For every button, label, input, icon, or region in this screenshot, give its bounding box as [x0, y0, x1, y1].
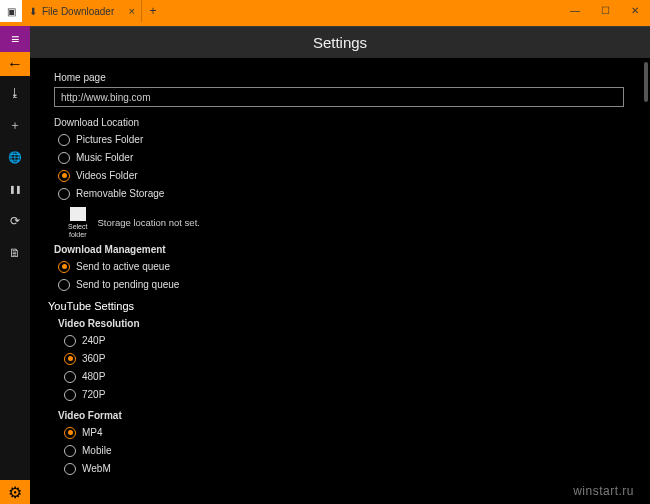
radio-icon	[64, 335, 76, 347]
sidebar-item-downloads[interactable]: ⭳	[0, 78, 30, 108]
radio-label: Send to pending queue	[76, 279, 179, 290]
watermark: winstart.ru	[573, 484, 634, 498]
page-header: Settings	[30, 26, 650, 58]
video-format-option[interactable]: WebM	[64, 461, 634, 476]
download-management-label: Download Management	[54, 244, 634, 255]
download-location-option[interactable]: Removable Storage	[58, 186, 634, 201]
select-folder-label-1: Select	[68, 223, 87, 231]
radio-label: Send to active queue	[76, 261, 170, 272]
sidebar-item-copy[interactable]: 🗎	[0, 238, 30, 268]
tab-favicon-icon: ⬇	[28, 6, 38, 16]
home-page-input[interactable]	[54, 87, 624, 107]
tab-close-icon[interactable]: ×	[129, 5, 135, 17]
video-resolution-option[interactable]: 240P	[64, 333, 634, 348]
back-arrow-icon: ←	[7, 55, 23, 73]
download-management-option[interactable]: Send to active queue	[58, 259, 634, 274]
radio-icon	[64, 353, 76, 365]
radio-label: Mobile	[82, 445, 111, 456]
globe-icon: 🌐	[8, 151, 22, 164]
close-icon: ✕	[631, 5, 639, 16]
history-icon: ⟳	[10, 214, 20, 228]
radio-icon	[58, 134, 70, 146]
radio-label: MP4	[82, 427, 103, 438]
radio-icon	[58, 170, 70, 182]
storage-message: Storage location not set.	[97, 217, 199, 228]
app-glyph: ▣	[7, 6, 16, 17]
video-resolution-label: Video Resolution	[58, 318, 634, 329]
video-format-label: Video Format	[58, 410, 634, 421]
radio-label: Pictures Folder	[76, 134, 143, 145]
settings-scroll[interactable]: Home page Download Location Pictures Fol…	[30, 58, 650, 504]
minimize-icon: —	[570, 5, 580, 16]
radio-label: Music Folder	[76, 152, 133, 163]
document-icon: 🗎	[9, 246, 21, 260]
radio-icon	[64, 371, 76, 383]
radio-icon	[64, 463, 76, 475]
download-location-option[interactable]: Videos Folder	[58, 168, 634, 183]
app-icon: ▣	[0, 0, 22, 22]
radio-label: 720P	[82, 389, 105, 400]
radio-icon	[64, 389, 76, 401]
download-location-option[interactable]: Music Folder	[58, 150, 634, 165]
youtube-settings-label: YouTube Settings	[48, 300, 634, 312]
video-resolution-option[interactable]: 480P	[64, 369, 634, 384]
video-format-option[interactable]: Mobile	[64, 443, 634, 458]
video-resolution-option[interactable]: 720P	[64, 387, 634, 402]
hamburger-icon: ≡	[11, 31, 19, 47]
radio-label: WebM	[82, 463, 111, 474]
browser-tab[interactable]: ⬇ File Downloader ×	[22, 0, 142, 22]
scrollbar-thumb[interactable]	[644, 62, 648, 102]
sidebar-item-pause[interactable]: ❚❚	[0, 174, 30, 204]
minimize-button[interactable]: —	[560, 0, 590, 22]
radio-label: 240P	[82, 335, 105, 346]
menu-button[interactable]: ≡	[0, 26, 30, 52]
sidebar-item-add[interactable]: ＋	[0, 110, 30, 140]
maximize-icon: ☐	[601, 5, 610, 16]
radio-icon	[64, 427, 76, 439]
sidebar-item-browser[interactable]: 🌐	[0, 142, 30, 172]
radio-icon	[58, 261, 70, 273]
plus-icon: +	[149, 4, 156, 18]
download-icon: ⭳	[9, 86, 21, 100]
download-location-label: Download Location	[54, 117, 634, 128]
folder-icon	[70, 207, 86, 221]
new-tab-button[interactable]: +	[142, 0, 164, 22]
radio-label: Removable Storage	[76, 188, 164, 199]
window-controls: — ☐ ✕	[560, 0, 650, 22]
sidebar: ≡ ← ⭳ ＋ 🌐 ❚❚ ⟳ 🗎 ⚙	[0, 26, 30, 504]
video-resolution-option[interactable]: 360P	[64, 351, 634, 366]
sidebar-item-history[interactable]: ⟳	[0, 206, 30, 236]
content-pane: Settings Home page Download Location Pic…	[30, 26, 650, 504]
video-format-option[interactable]: MP4	[64, 425, 634, 440]
title-bar: ▣ ⬇ File Downloader × + — ☐ ✕	[0, 0, 650, 22]
pause-icon: ❚❚	[9, 185, 21, 194]
radio-icon	[58, 188, 70, 200]
radio-label: 480P	[82, 371, 105, 382]
maximize-button[interactable]: ☐	[590, 0, 620, 22]
select-folder-button[interactable]: Select folder	[68, 207, 87, 238]
home-page-label: Home page	[54, 72, 634, 83]
download-management-option[interactable]: Send to pending queue	[58, 277, 634, 292]
gear-icon: ⚙	[8, 483, 22, 502]
download-location-option[interactable]: Pictures Folder	[58, 132, 634, 147]
close-button[interactable]: ✕	[620, 0, 650, 22]
page-title: Settings	[313, 34, 367, 51]
sidebar-item-settings[interactable]: ⚙	[0, 480, 30, 504]
radio-label: 360P	[82, 353, 105, 364]
select-folder-label-2: folder	[69, 231, 87, 239]
tab-title: File Downloader	[42, 6, 114, 17]
back-button[interactable]: ←	[0, 52, 30, 76]
plus-icon: ＋	[9, 117, 21, 134]
radio-label: Videos Folder	[76, 170, 138, 181]
radio-icon	[64, 445, 76, 457]
radio-icon	[58, 152, 70, 164]
radio-icon	[58, 279, 70, 291]
